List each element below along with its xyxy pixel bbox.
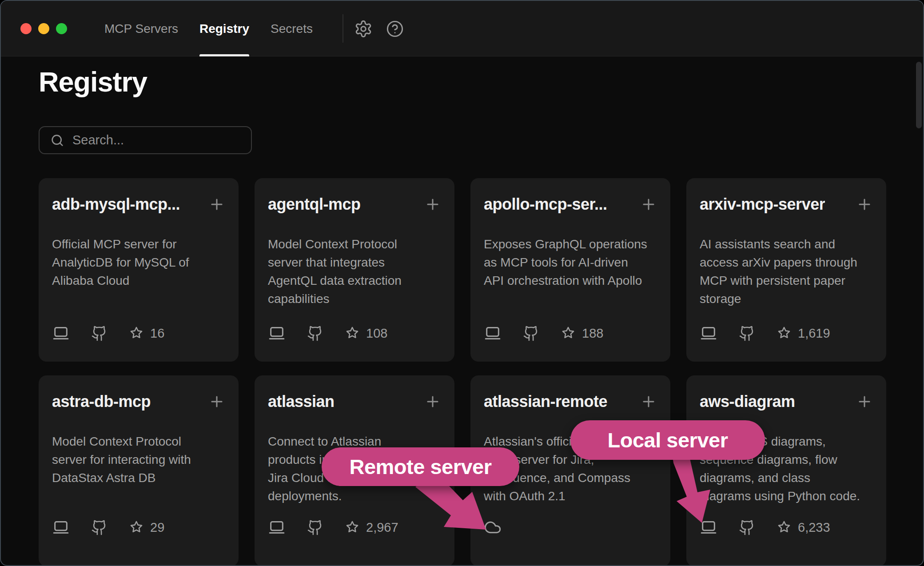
tab-secrets[interactable]: Secrets — [271, 1, 313, 56]
laptop-icon — [268, 324, 286, 342]
app-window: MCP Servers Registry Secrets Registry ad… — [0, 0, 924, 566]
card-title: adb-mysql-mcp... — [52, 195, 180, 214]
add-server-button[interactable] — [640, 196, 657, 214]
github-icon — [739, 325, 755, 342]
add-server-button[interactable] — [208, 196, 225, 214]
star-count: 1,619 — [777, 326, 830, 341]
github-icon — [307, 519, 323, 536]
star-icon — [129, 520, 144, 535]
card-astra-db-mcp[interactable]: astra-db-mcp Model Context Protocolserve… — [39, 375, 239, 566]
star-icon — [345, 326, 360, 341]
github-icon — [91, 325, 108, 342]
card-title: arxiv-mcp-server — [700, 195, 825, 214]
laptop-icon — [52, 518, 70, 536]
github-icon — [523, 325, 539, 342]
title-bar: MCP Servers Registry Secrets — [1, 1, 923, 56]
star-icon — [777, 326, 792, 341]
star-count: 188 — [561, 326, 603, 341]
add-server-button[interactable] — [424, 393, 441, 411]
search-box — [39, 126, 252, 154]
search-icon — [50, 133, 64, 147]
card-agentql-mcp[interactable]: agentql-mcp Model Context Protocolserver… — [255, 178, 454, 362]
star-count: 6,233 — [777, 520, 830, 535]
star-count: 108 — [345, 326, 387, 341]
vertical-scrollbar-thumb[interactable] — [916, 62, 922, 128]
tab-registry[interactable]: Registry — [199, 1, 249, 56]
add-server-button[interactable] — [424, 196, 441, 214]
laptop-icon — [700, 324, 717, 342]
github-icon — [307, 325, 323, 342]
tab-mcp-servers[interactable]: MCP Servers — [104, 1, 178, 56]
card-description: Model Context Protocolserver that integr… — [268, 235, 441, 308]
card-title: agentql-mcp — [268, 195, 361, 214]
local-server-callout: Local server — [570, 420, 765, 460]
add-server-button[interactable] — [856, 393, 873, 411]
card-arxiv-mcp-server[interactable]: arxiv-mcp-server AI assistants search an… — [686, 178, 886, 362]
page-title: Registry — [39, 66, 147, 98]
card-adb-mysql-mcp[interactable]: adb-mysql-mcp... Official MCP server for… — [39, 178, 239, 362]
toolbar-divider — [343, 14, 343, 43]
github-icon — [91, 519, 108, 536]
card-description: AI assistants search andaccess arXiv pap… — [700, 235, 873, 308]
main-tabs: MCP Servers Registry Secrets — [104, 1, 313, 56]
card-description: Model Context Protocolserver for interac… — [52, 432, 225, 487]
star-count: 2,967 — [345, 520, 398, 535]
card-apollo-mcp-server[interactable]: apollo-mcp-ser... Exposes GraphQL operat… — [470, 178, 670, 362]
add-server-button[interactable] — [640, 393, 657, 411]
card-title: atlassian-remote — [484, 392, 607, 411]
search-input[interactable] — [72, 133, 251, 147]
card-description: Official MCP server forAnalyticDB for My… — [52, 235, 225, 290]
card-description: Exposes GraphQL operationsas MCP tools f… — [484, 235, 657, 290]
card-title: aws-diagram — [700, 392, 795, 411]
star-count: 29 — [129, 520, 164, 535]
star-icon — [777, 520, 792, 535]
laptop-icon — [700, 518, 717, 536]
star-icon — [561, 326, 576, 341]
settings-gear-icon[interactable] — [354, 20, 373, 38]
laptop-icon — [52, 324, 70, 342]
card-aws-diagram[interactable]: aws-diagram Create AWS diagrams,sequence… — [686, 375, 886, 566]
laptop-icon — [484, 324, 502, 342]
cloud-icon — [484, 518, 502, 536]
star-count: 16 — [129, 326, 164, 341]
add-server-button[interactable] — [856, 196, 873, 214]
laptop-icon — [268, 518, 286, 536]
minimize-window-button[interactable] — [38, 23, 49, 34]
help-icon[interactable] — [386, 20, 404, 38]
traffic-lights — [20, 23, 67, 34]
star-icon — [345, 520, 360, 535]
remote-server-callout: Remote server — [322, 447, 519, 486]
github-icon — [739, 519, 755, 536]
registry-card-grid: adb-mysql-mcp... Official MCP server for… — [39, 178, 886, 566]
card-title: apollo-mcp-ser... — [484, 195, 607, 214]
maximize-window-button[interactable] — [56, 23, 67, 34]
add-server-button[interactable] — [208, 393, 225, 411]
card-title: atlassian — [268, 392, 335, 411]
star-icon — [129, 326, 144, 341]
close-window-button[interactable] — [20, 23, 32, 34]
card-title: astra-db-mcp — [52, 392, 151, 411]
